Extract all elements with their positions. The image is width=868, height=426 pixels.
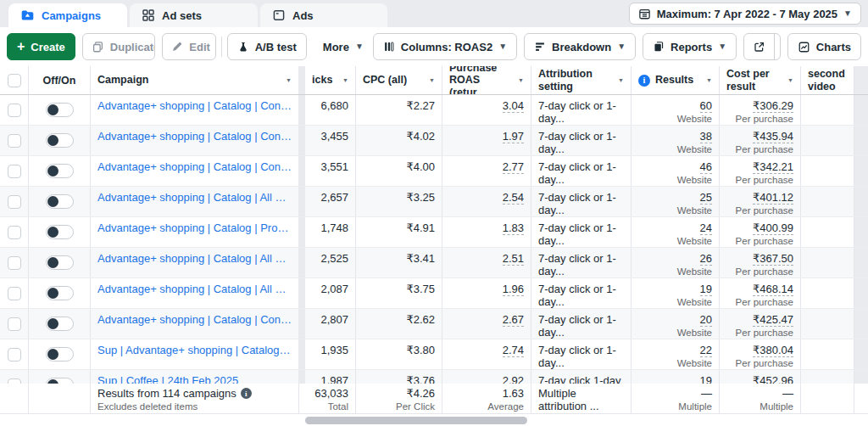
header-results[interactable]: i Results ▼ <box>632 66 720 94</box>
results-value[interactable]: 26 <box>700 252 712 266</box>
cost-per-result-value[interactable]: ₹400.99 <box>753 221 793 235</box>
columns-button[interactable]: Columns: ROAS2 ▼ <box>373 33 517 60</box>
campaigns-table: Off/On Campaign ▼ icks ▼ CPC (all) ▼ Pur… <box>0 66 868 426</box>
cost-per-result-value[interactable]: ₹306.29 <box>753 99 793 113</box>
frozen-pane-divider <box>298 187 305 216</box>
export-button[interactable] <box>744 34 774 59</box>
export-dropdown[interactable]: ▼ <box>774 34 781 59</box>
roas-cell: 2.67 <box>442 309 531 339</box>
row-checkbox[interactable] <box>8 134 21 148</box>
ab-test-button[interactable]: A/B test <box>227 33 307 60</box>
campaign-link[interactable]: Advantage+ shopping | Catalog | Products… <box>97 221 292 234</box>
results-value[interactable]: 19 <box>700 374 712 384</box>
campaign-header-label: Campaign <box>97 74 282 86</box>
results-value[interactable]: 25 <box>700 191 712 205</box>
roas-value[interactable]: 1.97 <box>503 130 524 143</box>
video-plays-cell <box>801 95 854 125</box>
header-attribution[interactable]: Attribution setting ▼ <box>531 66 632 94</box>
cost-per-result-value[interactable]: ₹380.04 <box>753 344 793 357</box>
roas-value[interactable]: 2.74 <box>503 344 524 357</box>
row-checkbox[interactable] <box>8 226 21 239</box>
campaign-off-on-toggle[interactable] <box>46 378 74 384</box>
campaign-link[interactable]: Advantage+ shopping | Catalog | Conversi… <box>97 313 292 326</box>
campaign-link[interactable]: Sup | Coffee | 24th Feb 2025 <box>97 374 292 384</box>
row-checkbox[interactable] <box>8 287 21 300</box>
roas-value[interactable]: 2.67 <box>503 313 524 327</box>
more-button[interactable]: More ▼ <box>314 33 373 60</box>
clicks-header-label: icks <box>312 74 339 86</box>
roas-value[interactable]: 2.77 <box>503 160 524 174</box>
row-checkbox[interactable] <box>8 317 21 331</box>
duplicate-button[interactable]: Duplicate <box>83 34 156 59</box>
cost-per-result-value[interactable]: ₹435.94 <box>753 130 793 143</box>
roas-value[interactable]: 2.54 <box>503 191 524 205</box>
header-video-plays[interactable]: 3-secondvideo plays <box>801 66 854 94</box>
header-clicks[interactable]: icks ▼ <box>305 66 356 94</box>
campaign-link[interactable]: Advantage+ shopping | Catalog | All Prod… <box>97 252 292 265</box>
row-checkbox[interactable] <box>8 165 21 178</box>
campaign-off-on-toggle[interactable] <box>46 194 74 209</box>
campaign-off-on-toggle[interactable] <box>46 255 74 270</box>
roas-value[interactable]: 2.51 <box>503 252 524 266</box>
horizontal-scrollbar-thumb[interactable] <box>305 417 527 424</box>
info-icon[interactable]: i <box>638 75 650 87</box>
tab-ads[interactable]: Ads <box>260 3 387 27</box>
info-icon[interactable]: i <box>241 388 252 399</box>
roas-value[interactable]: 2.92 <box>503 374 524 384</box>
cost-per-result-value[interactable]: ₹401.12 <box>753 191 793 205</box>
cost-per-result-value[interactable]: ₹367.50 <box>753 252 793 266</box>
campaign-off-on-toggle[interactable] <box>46 286 74 300</box>
header-cost-per-result[interactable]: Cost perresult ▼ <box>720 66 801 94</box>
cost-cell: ₹367.50 Per purchase <box>720 248 801 277</box>
row-checkbox[interactable] <box>8 104 21 117</box>
campaign-link[interactable]: Sup | Advantage+ shopping | Catalog | Al… <box>97 344 292 356</box>
results-value[interactable]: 24 <box>700 221 712 235</box>
roas-value[interactable]: 1.83 <box>503 221 524 235</box>
select-all-checkbox[interactable] <box>8 74 21 87</box>
results-value[interactable]: 22 <box>700 344 712 357</box>
campaign-off-on-toggle[interactable] <box>46 225 74 239</box>
roas-value[interactable]: 3.04 <box>503 99 524 113</box>
campaign-link[interactable]: Advantage+ shopping | Catalog | All Prod… <box>97 283 292 295</box>
date-range-selector[interactable]: Maximum: 7 Apr 2022 - 7 May 2025 ▼ <box>629 3 861 25</box>
tab-adsets[interactable]: Ad sets <box>130 3 258 27</box>
row-checkbox[interactable] <box>8 195 21 209</box>
row-checkbox[interactable] <box>8 256 21 270</box>
results-value[interactable]: 19 <box>700 283 712 296</box>
cost-per-result-value[interactable]: ₹425.47 <box>753 313 793 327</box>
campaign-off-on-toggle[interactable] <box>46 133 74 148</box>
header-cpc[interactable]: CPC (all) ▼ <box>356 66 442 94</box>
results-value[interactable]: 20 <box>700 313 712 327</box>
cost-per-result-value[interactable]: ₹468.14 <box>753 283 793 296</box>
campaign-link[interactable]: Advantage+ shopping | Catalog | All Prod… <box>97 191 292 204</box>
cost-per-result-value[interactable]: ₹452.96 <box>753 374 793 384</box>
campaign-name-cell: Advantage+ shopping | Catalog | Products… <box>91 217 298 247</box>
campaign-off-on-toggle[interactable] <box>46 164 74 178</box>
edit-button[interactable]: Edit <box>163 34 216 59</box>
charts-button[interactable]: Charts <box>787 33 861 60</box>
campaign-link[interactable]: Advantage+ shopping | Catalog | Conversi… <box>97 160 292 173</box>
campaign-off-on-toggle[interactable] <box>46 103 74 117</box>
frozen-pane-divider[interactable] <box>298 66 305 94</box>
results-value[interactable]: 38 <box>700 130 712 143</box>
campaign-off-on-toggle[interactable] <box>46 347 74 362</box>
campaign-link[interactable]: Advantage+ shopping | Catalog | Conversi… <box>97 99 292 112</box>
results-value[interactable]: 60 <box>700 99 712 113</box>
header-roas[interactable]: PurchaseROAS (retur... ▼ <box>442 66 531 94</box>
clicks-value: 3,455 <box>305 126 356 155</box>
table-row: Sup | Coffee | 24th Feb 2025 1,987 ₹3.76… <box>0 370 868 384</box>
breakdown-button[interactable]: Breakdown ▼ <box>524 33 636 60</box>
results-value[interactable]: 46 <box>700 160 712 174</box>
reports-button[interactable]: Reports ▼ <box>643 33 737 60</box>
frozen-pane-divider <box>298 95 305 125</box>
attribution-value: 7-day click or 1-day... <box>531 278 632 308</box>
toggle-knob <box>47 257 58 268</box>
campaign-link[interactable]: Advantage+ shopping | Catalog | Conversi… <box>97 130 292 143</box>
roas-value[interactable]: 1.96 <box>503 283 524 296</box>
cost-per-result-value[interactable]: ₹342.21 <box>753 160 793 174</box>
create-button[interactable]: + Create <box>7 33 75 60</box>
row-checkbox[interactable] <box>8 348 21 362</box>
tab-campaigns[interactable]: Campaigns <box>8 3 127 27</box>
header-campaign[interactable]: Campaign ▼ <box>91 66 298 94</box>
campaign-off-on-toggle[interactable] <box>46 317 74 331</box>
